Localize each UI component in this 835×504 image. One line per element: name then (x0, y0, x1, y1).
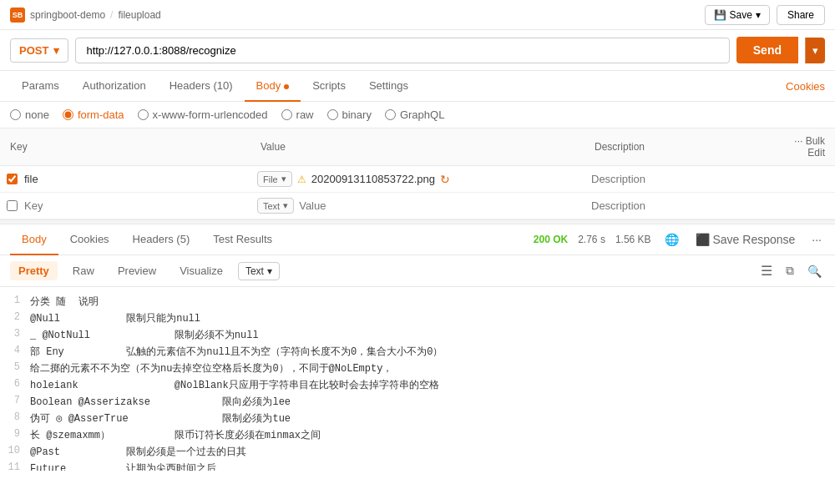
line-content: holeiank @NolBlank只应用于字符串目在比较时会去掉字符串的空格 (30, 378, 439, 393)
cookies-link[interactable]: Cookies (786, 80, 825, 93)
line-content: 部 Eny 弘触的元素信不为null且不为空（字符向长度不为0，集合大小不为0） (30, 345, 443, 360)
top-bar-actions: 💾 Save ▾ Share (705, 5, 825, 25)
line-number: 11 (0, 461, 30, 471)
tab-body-dot (284, 84, 289, 89)
code-line: 2@Null 限制只能为null (0, 310, 835, 327)
option-form-data[interactable]: form-data (63, 108, 124, 121)
response-size: 1.56 KB (615, 234, 651, 245)
tab-authorization[interactable]: Authorization (71, 71, 158, 102)
send-button[interactable]: Send (736, 37, 798, 63)
line-content: _ @NotNull 限制必须不为null (30, 328, 259, 343)
save-response-button[interactable]: ⬛ Save Response (692, 229, 799, 249)
response-status: 200 OK (534, 234, 568, 245)
save-button[interactable]: 💾 Save ▾ (705, 5, 770, 25)
save-response-label: Save Response (712, 233, 795, 246)
format-visualize-button[interactable]: Visualize (171, 261, 231, 280)
tab-params[interactable]: Params (10, 71, 71, 102)
bulk-edit-label: Bulk Edit (806, 135, 825, 159)
tab-scripts[interactable]: Scripts (301, 71, 357, 102)
empty-type-badge[interactable]: Text ▾ (257, 198, 294, 214)
table-row-empty: Text ▾ (0, 193, 835, 219)
option-raw[interactable]: raw (281, 108, 314, 121)
save-response-icon: ⬛ (696, 233, 710, 246)
empty-value-input[interactable] (299, 199, 578, 212)
format-raw-button[interactable]: Raw (64, 261, 103, 280)
empty-type-label: Text (263, 201, 280, 211)
breadcrumb: SB springboot-demo / fileupload (10, 8, 161, 23)
send-dropdown-button[interactable]: ▾ (805, 38, 825, 63)
tab-body-label: Body (256, 79, 281, 92)
table-row: file File ▾ ⚠ 20200913110853722.png ↻ (0, 166, 835, 193)
line-number: 9 (0, 428, 30, 443)
response-tab-headers[interactable]: Headers (5) (121, 224, 202, 255)
save-label: Save (730, 9, 752, 21)
desc-input[interactable] (591, 173, 762, 185)
response-format-bar: Pretty Raw Preview Visualize Text ▾ ☰ ⧉ … (0, 255, 835, 287)
tab-headers[interactable]: Headers (10) (158, 71, 245, 102)
format-pretty-button[interactable]: Pretty (10, 261, 58, 280)
response-body: 1分类 随 说明2@Null 限制只能为null3_ @NotNull 限制必须… (0, 287, 835, 471)
row-checkbox[interactable] (7, 174, 18, 184)
share-button[interactable]: Share (777, 5, 825, 25)
empty-row-checkbox[interactable] (7, 200, 18, 211)
tab-body[interactable]: Body (245, 71, 301, 102)
line-content: Future 让期为尖西时间之后 (30, 461, 216, 471)
line-content: @Null 限制只能为null (30, 311, 200, 326)
empty-type-dropdown-icon: ▾ (283, 200, 288, 211)
code-line: 9长 @szemaxmm） 限币订符长度必须在minmax之间 (0, 427, 835, 444)
code-line: 8伪可 ◎ @AsserTrue 限制必须为tue (0, 411, 835, 427)
line-content: 伪可 ◎ @AsserTrue 限制必须为tue (30, 411, 291, 426)
response-tabs: Body Cookies Headers (5) Test Results 20… (0, 224, 835, 255)
method-dropdown-icon: ▾ (53, 44, 59, 57)
line-number: 6 (0, 378, 30, 393)
col-value: Value (250, 129, 584, 166)
globe-icon-btn[interactable]: 🌐 (661, 229, 682, 249)
line-content: Boolean @Asserizakse 限向必须为lee (30, 395, 291, 410)
search-response-button[interactable]: 🔍 (804, 261, 825, 281)
filter-icon: ☰ (761, 263, 772, 279)
type-badge[interactable]: File ▾ (257, 171, 292, 187)
code-line: 7Boolean @Asserizakse 限向必须为lee (0, 394, 835, 411)
empty-desc-input[interactable] (591, 199, 762, 212)
top-bar: SB springboot-demo / fileupload 💾 Save ▾… (0, 0, 835, 30)
option-binary[interactable]: binary (327, 108, 372, 121)
request-tabs: Params Authorization Headers (10) Body S… (0, 71, 835, 102)
code-line: 4部 Eny 弘触的元素信不为null且不为空（字符向长度不为0，集合大小不为0… (0, 344, 835, 360)
response-meta: 200 OK 2.76 s 1.56 KB 🌐 ⬛ Save Response … (534, 229, 825, 249)
line-content: 分类 随 说明 (30, 295, 99, 310)
warning-icon: ⚠ (297, 174, 306, 185)
response-tab-body[interactable]: Body (10, 224, 58, 255)
line-number: 10 (0, 445, 30, 460)
code-line: 3_ @NotNull 限制必须不为null (0, 327, 835, 344)
line-number: 8 (0, 411, 30, 426)
code-line: 5给二掷的元素不不为空（不为nu去掉空位空格后长度为0），不同于@NoLEmpt… (0, 360, 835, 377)
url-input[interactable] (75, 38, 729, 63)
type-select-icon: ▾ (267, 265, 272, 277)
option-graphql[interactable]: GraphQL (385, 108, 444, 121)
code-line: 6holeiank @NolBlank只应用于字符串目在比较时会去掉字符串的空格 (0, 377, 835, 394)
breadcrumb-sep: / (110, 9, 113, 21)
line-number: 1 (0, 295, 30, 310)
copy-response-button[interactable]: ⧉ (782, 260, 797, 281)
type-select-dropdown[interactable]: Text ▾ (238, 262, 280, 280)
col-key: Key (0, 129, 250, 166)
reload-button[interactable]: ↻ (440, 173, 450, 186)
option-urlencoded[interactable]: x-www-form-urlencoded (138, 108, 268, 121)
tab-settings[interactable]: Settings (357, 71, 420, 102)
more-options-button[interactable]: ··· (808, 229, 825, 249)
type-select-label: Text (245, 265, 264, 277)
method-select[interactable]: POST ▾ (10, 38, 68, 63)
line-number: 7 (0, 395, 30, 410)
bulk-edit-icon: ··· (794, 135, 802, 147)
option-none[interactable]: none (10, 108, 49, 121)
url-bar: POST ▾ Send ▾ (0, 30, 835, 71)
save-dropdown-icon: ▾ (756, 9, 761, 21)
line-number: 3 (0, 328, 30, 343)
form-data-table: Key Value Description ··· Bulk Edit file… (0, 129, 835, 219)
empty-key-input[interactable] (24, 199, 244, 212)
response-tab-cookies[interactable]: Cookies (58, 224, 121, 255)
file-value: ⚠ 20200913110853722.png (297, 173, 435, 185)
type-label: File (263, 174, 278, 184)
format-preview-button[interactable]: Preview (109, 261, 164, 280)
response-tab-test-results[interactable]: Test Results (201, 224, 284, 255)
